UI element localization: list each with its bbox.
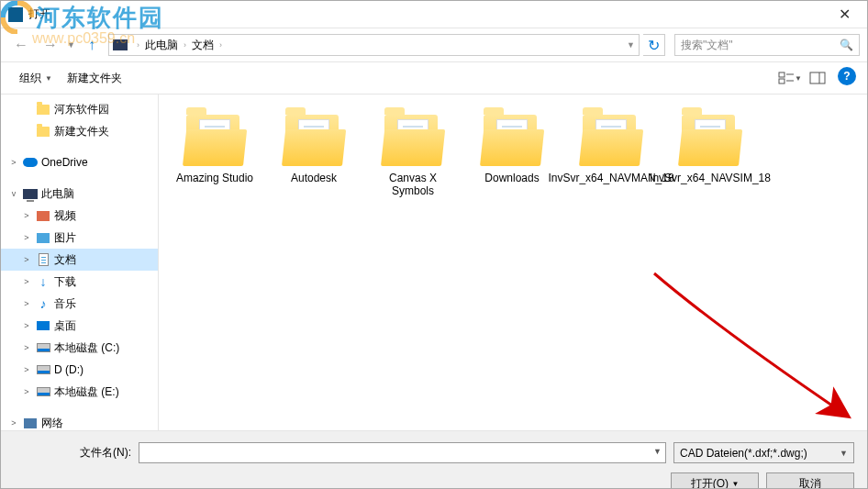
folder-icon: [480, 115, 544, 166]
tree-item-pic[interactable]: >图片: [1, 227, 158, 249]
open-button[interactable]: 打开(O) ▼: [671, 472, 759, 489]
filename-input[interactable]: ▼: [139, 442, 666, 463]
svg-rect-0: [779, 72, 785, 77]
titlebar: 打开 ✕: [1, 1, 867, 28]
annotation-arrow: [645, 264, 865, 429]
folder-name: Autodesk: [291, 172, 337, 184]
tree-item-folder[interactable]: 新建文件夹: [1, 120, 158, 142]
tree-item-label: 此电脑: [41, 186, 74, 202]
tree-item-label: 桌面: [54, 318, 76, 334]
tree-item-net[interactable]: >网络: [1, 412, 158, 430]
expand-icon[interactable]: >: [21, 365, 32, 374]
expand-icon[interactable]: >: [8, 158, 19, 167]
doc-icon: [36, 252, 50, 267]
preview-pane-button[interactable]: [805, 67, 830, 89]
folder-content[interactable]: Amazing StudioAutodeskCanvas X SymbolsDo…: [159, 94, 867, 430]
expand-icon[interactable]: >: [21, 387, 32, 396]
folder-icon: [183, 115, 247, 166]
breadcrumb-root[interactable]: 此电脑: [145, 38, 178, 53]
chevron-icon: ›: [133, 40, 143, 50]
expand-icon[interactable]: >: [8, 418, 19, 428]
expand-icon[interactable]: >: [21, 299, 32, 308]
tree-item-folder[interactable]: 河东软件园: [1, 98, 158, 120]
desk-icon: [36, 318, 50, 333]
sidebar: 河东软件园新建文件夹>OneDrivev此电脑>视频>图片>文档>↓下载>♪音乐…: [1, 94, 159, 430]
view-mode-button[interactable]: ▼: [777, 67, 803, 89]
pc-icon: [23, 186, 38, 201]
folder-name: InvSvr_x64_NAVSIM_18: [650, 172, 771, 184]
tree-item-disk[interactable]: >D (D:): [1, 359, 158, 381]
close-button[interactable]: ✕: [823, 1, 865, 28]
tree-item-doc[interactable]: >文档: [1, 249, 158, 271]
breadcrumb-current[interactable]: 文档: [192, 38, 214, 53]
filename-label: 文件名(N):: [14, 445, 131, 461]
tree-item-label: 下载: [54, 274, 76, 290]
tree-item-label: 图片: [54, 230, 76, 246]
folder-tile[interactable]: Amazing Studio: [170, 111, 260, 201]
tree-item-disk[interactable]: >本地磁盘 (E:): [1, 381, 158, 403]
music-icon: ♪: [36, 296, 50, 311]
tree-item-disk[interactable]: >本地磁盘 (C:): [1, 337, 158, 359]
app-icon: [8, 7, 23, 22]
history-dropdown[interactable]: ▼: [67, 40, 75, 50]
folder-tile[interactable]: Autodesk: [269, 111, 359, 201]
video-icon: [36, 208, 50, 223]
view-icon: [778, 72, 795, 84]
expand-icon[interactable]: >: [21, 277, 32, 286]
expand-icon[interactable]: v: [8, 189, 19, 198]
tree-item-label: D (D:): [54, 363, 83, 376]
svg-rect-1: [779, 79, 785, 83]
tree-item-label: OneDrive: [41, 156, 88, 169]
onedrive-icon: [23, 155, 38, 170]
tree-item-label: 视频: [54, 208, 76, 224]
svg-rect-4: [810, 72, 825, 83]
address-dropdown[interactable]: ▼: [627, 40, 635, 50]
disk-icon: [36, 362, 50, 377]
back-button[interactable]: ←: [8, 34, 34, 56]
tree-item-label: 新建文件夹: [54, 124, 109, 139]
tree-item-label: 音乐: [54, 296, 76, 312]
search-placeholder: 搜索"文档": [681, 38, 733, 53]
folder-tile[interactable]: InvSvr_x64_NAVMAN_18: [566, 111, 656, 201]
folder-tile[interactable]: Canvas X Symbols: [368, 111, 458, 201]
expand-icon[interactable]: >: [21, 211, 32, 220]
tree-item-label: 文档: [54, 252, 76, 268]
main-area: 河东软件园新建文件夹>OneDrivev此电脑>视频>图片>文档>↓下载>♪音乐…: [1, 94, 867, 430]
window-title: 打开: [28, 6, 823, 22]
chevron-down-icon: ▼: [653, 443, 662, 456]
tree-item-music[interactable]: >♪音乐: [1, 293, 158, 315]
navbar: ← → ▼ ↑ › 此电脑 › 文档 › ▼ ↻ 搜索"文档" 🔍: [1, 28, 867, 61]
cancel-button[interactable]: 取消: [766, 472, 854, 489]
tree-item-dl[interactable]: >↓下载: [1, 271, 158, 293]
folder-tile[interactable]: InvSvr_x64_NAVSIM_18: [665, 111, 755, 201]
folder-name: Amazing Studio: [176, 172, 253, 184]
search-input[interactable]: 搜索"文档" 🔍: [674, 34, 860, 56]
new-folder-button[interactable]: 新建文件夹: [60, 67, 129, 90]
up-button[interactable]: ↑: [79, 34, 105, 56]
tree-item-onedrive[interactable]: >OneDrive: [1, 151, 158, 173]
tree-item-video[interactable]: >视频: [1, 205, 158, 227]
file-type-filter[interactable]: CAD Dateien(*.dxf;*.dwg;) ▼: [673, 442, 854, 463]
folder-icon: [381, 115, 445, 166]
chevron-icon: ›: [216, 40, 226, 50]
disk-icon: [36, 340, 50, 355]
forward-button[interactable]: →: [38, 34, 63, 56]
help-button[interactable]: ?: [838, 67, 856, 85]
address-bar[interactable]: › 此电脑 › 文档 › ▼: [108, 34, 640, 56]
folder-tile[interactable]: Downloads: [467, 111, 557, 201]
expand-icon[interactable]: >: [21, 255, 32, 264]
organize-button[interactable]: 组织 ▼: [12, 67, 60, 90]
dl-icon: ↓: [36, 274, 50, 289]
folder-icon: [36, 102, 50, 117]
refresh-button[interactable]: ↻: [643, 34, 665, 56]
expand-icon[interactable]: >: [21, 233, 32, 242]
tree-item-label: 网络: [41, 416, 63, 431]
disk-icon: [36, 384, 50, 399]
tree-item-desk[interactable]: >桌面: [1, 315, 158, 337]
folder-icon: [36, 124, 50, 139]
folder-name: Downloads: [484, 172, 539, 184]
expand-icon[interactable]: >: [21, 321, 32, 330]
expand-icon[interactable]: >: [21, 343, 32, 352]
tree-item-pc[interactable]: v此电脑: [1, 183, 158, 205]
chevron-down-icon: ▼: [45, 74, 52, 83]
